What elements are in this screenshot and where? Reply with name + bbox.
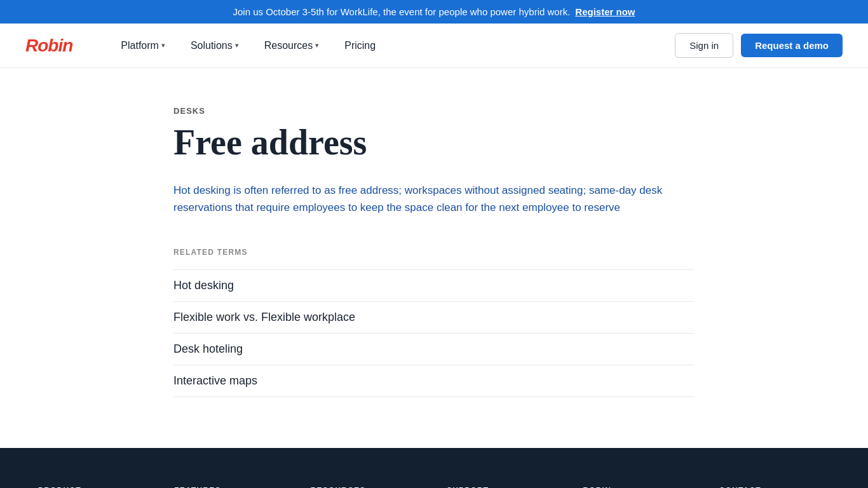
nav-platform[interactable]: Platform ▾: [111, 35, 175, 57]
nav-resources[interactable]: Resources ▾: [254, 35, 329, 57]
list-item[interactable]: Flexible work vs. Flexible workplace: [173, 302, 695, 334]
nav-links: Platform ▾ Solutions ▾ Resources ▾ Prici…: [111, 35, 675, 57]
banner-cta[interactable]: Register now: [575, 6, 635, 17]
list-item[interactable]: Interactive maps: [173, 365, 695, 397]
nav-solutions[interactable]: Solutions ▾: [180, 35, 249, 57]
footer: PRODUCT Desks Spaces FEATURES Office pas…: [0, 448, 868, 488]
list-item[interactable]: Hot desking: [173, 269, 695, 302]
page-title: Free address: [173, 123, 695, 163]
list-item[interactable]: Desk hoteling: [173, 334, 695, 365]
category-label: DESKS: [173, 106, 695, 116]
platform-chevron-icon: ▾: [161, 41, 165, 50]
page-description: Hot desking is often referred to as free…: [173, 182, 695, 216]
top-banner: Join us October 3-5th for WorkLife, the …: [0, 0, 868, 24]
signin-button[interactable]: Sign in: [675, 33, 733, 58]
solutions-chevron-icon: ▾: [235, 41, 239, 50]
resources-chevron-icon: ▾: [315, 41, 319, 50]
main-nav: Robin Platform ▾ Solutions ▾ Resources ▾…: [0, 24, 868, 68]
related-terms-list: Hot desking Flexible work vs. Flexible w…: [173, 269, 695, 397]
banner-text: Join us October 3-5th for WorkLife, the …: [233, 6, 570, 17]
nav-logo[interactable]: Robin: [25, 36, 72, 56]
nav-actions: Sign in Request a demo: [675, 33, 843, 58]
nav-pricing[interactable]: Pricing: [334, 35, 386, 57]
main-content: DESKS Free address Hot desking is often …: [148, 68, 720, 448]
request-demo-button[interactable]: Request a demo: [741, 34, 843, 57]
related-terms-label: RELATED TERMS: [173, 248, 695, 257]
